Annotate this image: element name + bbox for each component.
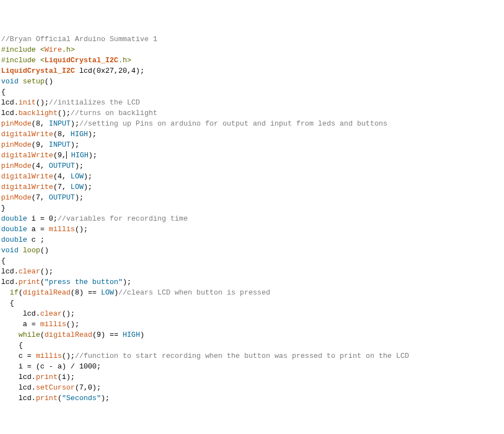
- code-token: );: [71, 141, 80, 149]
- code-line: i = (c - a) / 1000;: [1, 361, 503, 372]
- code-token: lcd.: [1, 383, 36, 392]
- code-token: setCursor: [36, 383, 75, 392]
- code-token: (7,0);: [75, 383, 101, 392]
- code-token: print: [18, 278, 40, 286]
- code-line: double i = 0;//variables for recording t…: [1, 213, 503, 224]
- code-token: LiquidCrystal_I2C: [45, 56, 118, 64]
- code-token: (i);: [57, 373, 75, 381]
- code-line: lcd.clear();: [1, 266, 503, 277]
- code-line: LiquidCrystal_I2C lcd(0x27,20,4);: [1, 66, 503, 76]
- code-line: digitalWrite(9, HIGH);: [1, 150, 503, 161]
- code-token: digitalRead: [45, 331, 92, 339]
- code-token: );: [75, 162, 84, 170]
- code-token: lcd.: [1, 267, 18, 276]
- code-token: pinMode: [1, 193, 32, 202]
- code-line: {: [1, 256, 503, 266]
- code-token: //function to start recording when the b…: [75, 352, 409, 360]
- code-token: {: [1, 88, 6, 96]
- code-line: lcd.print(i);: [1, 372, 503, 382]
- code-token: [1, 331, 18, 339]
- code-token: lcd.: [1, 98, 18, 107]
- code-token: setup: [23, 77, 45, 86]
- code-token: LOW: [71, 172, 83, 181]
- code-token: {: [1, 257, 6, 265]
- code-line: lcd.clear();: [1, 308, 503, 319]
- code-line: if(digitalRead(8) == LOW)//clears LCD wh…: [1, 287, 503, 298]
- code-line: #include <Wire.h>: [1, 44, 503, 55]
- code-token: (4,: [32, 162, 49, 170]
- code-token: print: [36, 394, 57, 402]
- code-token: lcd(0x27,20,4);: [75, 67, 145, 75]
- code-token: c =: [1, 352, 36, 360]
- code-token: (8,: [53, 130, 71, 138]
- code-token: pinMode: [1, 162, 32, 170]
- code-token: );: [83, 183, 92, 191]
- code-token: (4,: [53, 172, 71, 181]
- code-line: digitalWrite(7, LOW);: [1, 182, 503, 192]
- code-line: {: [1, 340, 503, 351]
- code-line: pinMode(8, INPUT);//setting up Pins on a…: [1, 118, 503, 129]
- code-token: "press the button": [45, 278, 122, 286]
- code-token: );: [122, 278, 131, 286]
- code-line: lcd.init();//initializes the LCD: [1, 97, 503, 108]
- code-token: ): [140, 331, 145, 339]
- code-token: backlight: [18, 109, 57, 117]
- code-token: #include <: [1, 56, 45, 64]
- code-token: (): [45, 77, 53, 86]
- code-line: pinMode(9, INPUT);: [1, 139, 503, 150]
- code-token: clear: [18, 267, 40, 276]
- code-token: {: [1, 341, 23, 350]
- code-token: digitalWrite: [1, 151, 53, 159]
- code-line: digitalWrite(4, LOW);: [1, 171, 503, 182]
- code-token: lcd.: [1, 373, 36, 381]
- code-token: OUTPUT: [49, 193, 75, 202]
- code-token: );: [101, 394, 110, 402]
- code-token: [1, 288, 10, 297]
- code-token: );: [71, 119, 80, 128]
- code-editor[interactable]: //Bryan Official Arduino Summative 1#inc…: [1, 34, 503, 403]
- code-token: digitalWrite: [1, 130, 53, 138]
- code-line: void setup(): [1, 76, 503, 87]
- code-token: lcd.: [1, 394, 36, 402]
- code-token: lcd.: [1, 109, 18, 117]
- code-token: );: [88, 151, 97, 159]
- code-token: (: [18, 288, 23, 297]
- code-token: lcd.: [1, 310, 40, 318]
- code-token: a =: [1, 320, 40, 328]
- code-token: void: [1, 246, 18, 255]
- code-line: //Bryan Official Arduino Summative 1: [1, 34, 503, 44]
- code-token: HIGH: [122, 331, 140, 339]
- code-line: pinMode(7, OUTPUT);: [1, 192, 503, 203]
- code-token: (7,: [53, 183, 71, 191]
- code-token: .h>: [118, 56, 131, 64]
- code-token: LOW: [101, 288, 113, 297]
- code-token: #include <: [1, 46, 45, 54]
- code-token: pinMode: [1, 119, 32, 128]
- code-token: //turns on backlight: [71, 109, 157, 117]
- code-token: ();: [57, 109, 70, 117]
- code-token: digitalWrite: [1, 183, 53, 191]
- code-token: LOW: [71, 183, 83, 191]
- code-token: LiquidCrystal_I2C: [1, 67, 75, 75]
- code-token: (8,: [32, 119, 49, 128]
- code-token: //initializes the LCD: [49, 98, 140, 107]
- code-line: c = millis();//function to start recordi…: [1, 351, 503, 361]
- code-token: double: [1, 225, 27, 233]
- code-token: ): [114, 288, 118, 297]
- code-token: );: [75, 193, 84, 202]
- code-token: millis: [36, 352, 62, 360]
- code-line: double a = millis();: [1, 224, 503, 235]
- code-token: print: [36, 373, 57, 381]
- code-token: i = 0;: [27, 214, 58, 223]
- code-token: digitalRead: [23, 288, 71, 297]
- code-token: pinMode: [1, 141, 32, 149]
- code-token: double: [1, 236, 27, 244]
- code-token: (7,: [32, 193, 49, 202]
- code-token: millis: [40, 320, 66, 328]
- code-line: while(digitalRead(9) == HIGH): [1, 330, 503, 340]
- code-line: a = millis();: [1, 319, 503, 330]
- code-token: loop: [23, 246, 40, 255]
- code-token: //clears LCD when button is pressed: [118, 288, 270, 297]
- code-line: {: [1, 298, 503, 308]
- code-token: (: [40, 331, 45, 339]
